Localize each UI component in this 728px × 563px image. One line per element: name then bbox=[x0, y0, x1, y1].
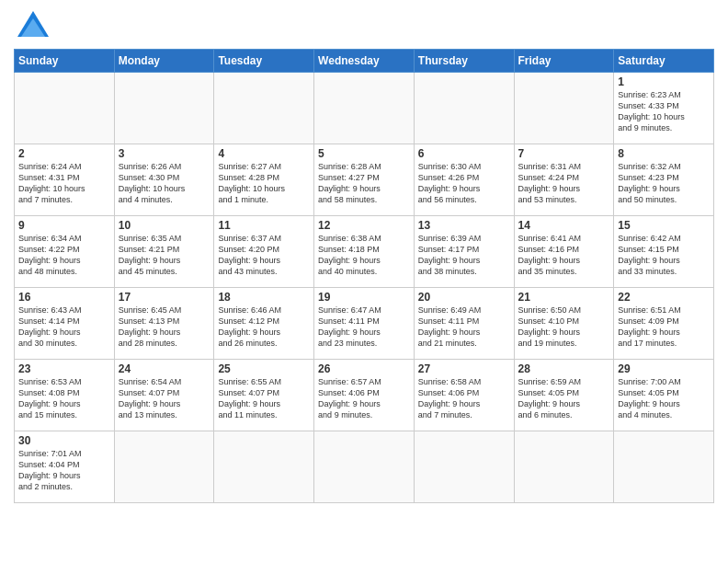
calendar-cell: 29Sunrise: 7:00 AM Sunset: 4:05 PM Dayli… bbox=[614, 360, 714, 431]
day-info: Sunrise: 6:55 AM Sunset: 4:07 PM Dayligh… bbox=[218, 376, 310, 421]
day-info: Sunrise: 6:51 AM Sunset: 4:09 PM Dayligh… bbox=[618, 304, 710, 350]
calendar-cell: 20Sunrise: 6:49 AM Sunset: 4:11 PM Dayli… bbox=[414, 288, 514, 360]
day-number: 28 bbox=[518, 362, 610, 375]
calendar-cell: 17Sunrise: 6:45 AM Sunset: 4:13 PM Dayli… bbox=[114, 288, 214, 360]
day-header-thursday: Thursday bbox=[414, 50, 514, 73]
calendar-cell: 22Sunrise: 6:51 AM Sunset: 4:09 PM Dayli… bbox=[614, 288, 714, 360]
calendar-cell: 23Sunrise: 6:53 AM Sunset: 4:08 PM Dayli… bbox=[15, 360, 115, 431]
calendar-cell bbox=[414, 73, 514, 144]
calendar-cell: 6Sunrise: 6:30 AM Sunset: 4:26 PM Daylig… bbox=[414, 144, 514, 216]
day-number: 29 bbox=[618, 362, 710, 375]
calendar-cell bbox=[514, 73, 614, 144]
logo bbox=[14, 9, 52, 44]
day-number: 18 bbox=[218, 291, 310, 304]
day-info: Sunrise: 6:35 AM Sunset: 4:21 PM Dayligh… bbox=[119, 233, 210, 278]
day-info: Sunrise: 6:32 AM Sunset: 4:23 PM Dayligh… bbox=[618, 161, 710, 206]
day-info: Sunrise: 7:00 AM Sunset: 4:05 PM Dayligh… bbox=[618, 376, 710, 421]
week-row-4: 23Sunrise: 6:53 AM Sunset: 4:08 PM Dayli… bbox=[15, 360, 714, 431]
calendar-cell bbox=[514, 431, 614, 503]
day-info: Sunrise: 6:43 AM Sunset: 4:14 PM Dayligh… bbox=[18, 304, 110, 350]
day-info: Sunrise: 6:30 AM Sunset: 4:26 PM Dayligh… bbox=[418, 161, 510, 206]
calendar-cell: 25Sunrise: 6:55 AM Sunset: 4:07 PM Dayli… bbox=[214, 360, 314, 431]
day-number: 27 bbox=[418, 362, 510, 375]
calendar-cell: 16Sunrise: 6:43 AM Sunset: 4:14 PM Dayli… bbox=[15, 288, 115, 360]
calendar-cell: 2Sunrise: 6:24 AM Sunset: 4:31 PM Daylig… bbox=[15, 144, 115, 216]
calendar-cell bbox=[214, 431, 314, 503]
calendar-cell bbox=[614, 431, 714, 503]
day-number: 25 bbox=[218, 362, 310, 375]
day-info: Sunrise: 6:38 AM Sunset: 4:18 PM Dayligh… bbox=[318, 233, 410, 278]
calendar-cell: 18Sunrise: 6:46 AM Sunset: 4:12 PM Dayli… bbox=[214, 288, 314, 360]
day-info: Sunrise: 6:24 AM Sunset: 4:31 PM Dayligh… bbox=[18, 161, 110, 206]
day-number: 1 bbox=[618, 75, 710, 88]
day-number: 3 bbox=[119, 147, 210, 160]
day-info: Sunrise: 6:45 AM Sunset: 4:13 PM Dayligh… bbox=[119, 304, 210, 350]
day-number: 30 bbox=[18, 434, 110, 447]
day-header-monday: Monday bbox=[114, 50, 214, 73]
calendar-cell: 13Sunrise: 6:39 AM Sunset: 4:17 PM Dayli… bbox=[414, 216, 514, 288]
day-number: 5 bbox=[318, 147, 410, 160]
day-number: 17 bbox=[119, 291, 210, 304]
day-number: 15 bbox=[618, 219, 710, 232]
calendar-cell: 10Sunrise: 6:35 AM Sunset: 4:21 PM Dayli… bbox=[114, 216, 214, 288]
day-number: 14 bbox=[518, 219, 610, 232]
calendar-cell: 30Sunrise: 7:01 AM Sunset: 4:04 PM Dayli… bbox=[15, 431, 115, 503]
calendar-cell bbox=[15, 73, 115, 144]
day-number: 7 bbox=[518, 147, 610, 160]
day-info: Sunrise: 6:59 AM Sunset: 4:05 PM Dayligh… bbox=[518, 376, 610, 421]
calendar-cell: 14Sunrise: 6:41 AM Sunset: 4:16 PM Dayli… bbox=[514, 216, 614, 288]
day-number: 6 bbox=[418, 147, 510, 160]
calendar-cell: 24Sunrise: 6:54 AM Sunset: 4:07 PM Dayli… bbox=[114, 360, 214, 431]
calendar-cell bbox=[114, 431, 214, 503]
header bbox=[14, 9, 714, 44]
calendar-cell: 28Sunrise: 6:59 AM Sunset: 4:05 PM Dayli… bbox=[514, 360, 614, 431]
day-number: 19 bbox=[318, 291, 410, 304]
day-number: 22 bbox=[618, 291, 710, 304]
day-info: Sunrise: 6:49 AM Sunset: 4:11 PM Dayligh… bbox=[418, 304, 510, 350]
day-header-friday: Friday bbox=[514, 50, 614, 73]
day-info: Sunrise: 6:39 AM Sunset: 4:17 PM Dayligh… bbox=[418, 233, 510, 278]
calendar-cell bbox=[414, 431, 514, 503]
calendar-cell: 3Sunrise: 6:26 AM Sunset: 4:30 PM Daylig… bbox=[114, 144, 214, 216]
day-number: 12 bbox=[318, 219, 410, 232]
day-number: 26 bbox=[318, 362, 410, 375]
day-number: 2 bbox=[18, 147, 110, 160]
day-number: 23 bbox=[18, 362, 110, 375]
calendar-cell bbox=[214, 73, 314, 144]
calendar-cell: 8Sunrise: 6:32 AM Sunset: 4:23 PM Daylig… bbox=[614, 144, 714, 216]
logo-icon bbox=[14, 9, 52, 44]
day-info: Sunrise: 6:42 AM Sunset: 4:15 PM Dayligh… bbox=[618, 233, 710, 278]
calendar-cell: 11Sunrise: 6:37 AM Sunset: 4:20 PM Dayli… bbox=[214, 216, 314, 288]
calendar-header-row: SundayMondayTuesdayWednesdayThursdayFrid… bbox=[15, 50, 714, 73]
week-row-2: 9Sunrise: 6:34 AM Sunset: 4:22 PM Daylig… bbox=[15, 216, 714, 288]
day-number: 21 bbox=[518, 291, 610, 304]
calendar-cell bbox=[114, 73, 214, 144]
day-number: 4 bbox=[218, 147, 310, 160]
calendar-cell: 4Sunrise: 6:27 AM Sunset: 4:28 PM Daylig… bbox=[214, 144, 314, 216]
day-number: 9 bbox=[18, 219, 110, 232]
calendar-cell: 27Sunrise: 6:58 AM Sunset: 4:06 PM Dayli… bbox=[414, 360, 514, 431]
day-header-tuesday: Tuesday bbox=[214, 50, 314, 73]
week-row-3: 16Sunrise: 6:43 AM Sunset: 4:14 PM Dayli… bbox=[15, 288, 714, 360]
calendar-cell: 12Sunrise: 6:38 AM Sunset: 4:18 PM Dayli… bbox=[314, 216, 415, 288]
day-info: Sunrise: 6:58 AM Sunset: 4:06 PM Dayligh… bbox=[418, 376, 510, 421]
day-info: Sunrise: 6:41 AM Sunset: 4:16 PM Dayligh… bbox=[518, 233, 610, 278]
day-info: Sunrise: 6:34 AM Sunset: 4:22 PM Dayligh… bbox=[18, 233, 110, 278]
day-number: 8 bbox=[618, 147, 710, 160]
day-info: Sunrise: 6:28 AM Sunset: 4:27 PM Dayligh… bbox=[318, 161, 410, 206]
day-header-wednesday: Wednesday bbox=[314, 50, 415, 73]
page-container: SundayMondayTuesdayWednesdayThursdayFrid… bbox=[0, 0, 728, 508]
calendar-cell: 26Sunrise: 6:57 AM Sunset: 4:06 PM Dayli… bbox=[314, 360, 415, 431]
day-header-saturday: Saturday bbox=[614, 50, 714, 73]
day-info: Sunrise: 6:23 AM Sunset: 4:33 PM Dayligh… bbox=[618, 89, 710, 134]
calendar-cell bbox=[314, 431, 415, 503]
day-info: Sunrise: 6:31 AM Sunset: 4:24 PM Dayligh… bbox=[518, 161, 610, 206]
day-info: Sunrise: 6:27 AM Sunset: 4:28 PM Dayligh… bbox=[218, 161, 310, 206]
day-number: 11 bbox=[218, 219, 310, 232]
day-info: Sunrise: 6:46 AM Sunset: 4:12 PM Dayligh… bbox=[218, 304, 310, 350]
calendar-cell: 7Sunrise: 6:31 AM Sunset: 4:24 PM Daylig… bbox=[514, 144, 614, 216]
day-info: Sunrise: 6:53 AM Sunset: 4:08 PM Dayligh… bbox=[18, 376, 110, 421]
week-row-1: 2Sunrise: 6:24 AM Sunset: 4:31 PM Daylig… bbox=[15, 144, 714, 216]
day-info: Sunrise: 6:54 AM Sunset: 4:07 PM Dayligh… bbox=[119, 376, 210, 421]
day-info: Sunrise: 6:57 AM Sunset: 4:06 PM Dayligh… bbox=[318, 376, 410, 421]
